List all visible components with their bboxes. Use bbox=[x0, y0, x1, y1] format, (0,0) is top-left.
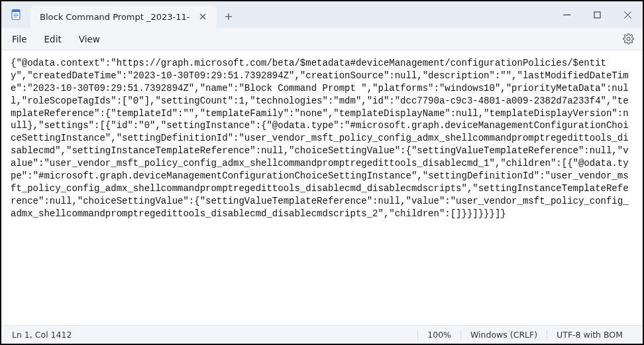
status-cursor-position: Ln 1, Col 1412 bbox=[12, 330, 417, 340]
plus-icon bbox=[225, 13, 233, 21]
svg-rect-1 bbox=[12, 10, 20, 13]
app-icon bbox=[1, 1, 30, 28]
titlebar-drag-area[interactable] bbox=[241, 1, 551, 28]
menubar: File Edit View bbox=[1, 28, 643, 50]
text-editor-area[interactable]: {"@odata.context":"https://graph.microso… bbox=[1, 50, 643, 325]
settings-button[interactable] bbox=[619, 30, 637, 48]
gear-icon bbox=[623, 33, 634, 44]
minimize-icon bbox=[563, 11, 570, 19]
notepad-icon bbox=[10, 9, 22, 21]
document-tab[interactable]: Block Command Prompt _2023-11- bbox=[30, 5, 217, 28]
menu-edit[interactable]: Edit bbox=[44, 34, 62, 44]
titlebar: Block Command Prompt _2023-11- bbox=[1, 1, 643, 28]
menu-file[interactable]: File bbox=[12, 34, 27, 44]
statusbar: Ln 1, Col 1412 100% Windows (CRLF) UTF-8… bbox=[1, 325, 643, 344]
close-window-button[interactable] bbox=[612, 1, 643, 28]
close-icon bbox=[199, 13, 206, 20]
maximize-icon bbox=[594, 11, 601, 19]
add-tab-button[interactable] bbox=[217, 5, 241, 28]
tab-title: Block Command Prompt _2023-11- bbox=[40, 12, 190, 22]
maximize-button[interactable] bbox=[582, 1, 612, 28]
svg-rect-10 bbox=[594, 12, 600, 18]
status-encoding[interactable]: UTF-8 with BOM bbox=[547, 330, 632, 340]
menu-view[interactable]: View bbox=[79, 34, 100, 44]
status-zoom[interactable]: 100% bbox=[418, 330, 460, 340]
window-controls bbox=[551, 1, 643, 28]
close-icon bbox=[624, 11, 631, 19]
close-tab-button[interactable] bbox=[195, 9, 210, 24]
minimize-button[interactable] bbox=[551, 1, 582, 28]
status-line-ending[interactable]: Windows (CRLF) bbox=[461, 330, 547, 340]
